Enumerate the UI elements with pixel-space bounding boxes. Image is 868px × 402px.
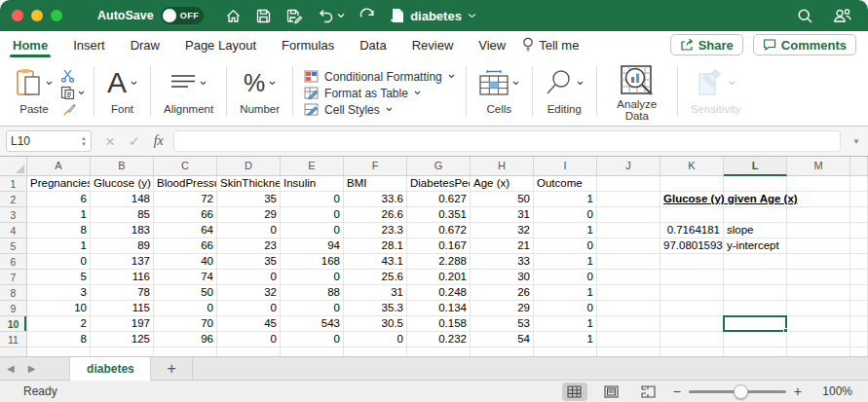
cell-K9[interactable] (660, 301, 724, 316)
cell-L6[interactable] (724, 254, 787, 270)
cell-J9[interactable] (597, 301, 660, 316)
add-sheet-button[interactable]: + (151, 360, 191, 378)
cell-E7[interactable]: 0 (281, 270, 344, 285)
row-header-4[interactable]: 4 (0, 223, 27, 238)
cell-L8[interactable] (724, 285, 787, 301)
cell-E2[interactable]: 0 (281, 192, 344, 207)
cell-L5[interactable]: y-intercept (724, 238, 787, 254)
cell-K6[interactable] (660, 254, 724, 270)
cell-F11[interactable]: 0 (344, 332, 407, 347)
cell-C7[interactable]: 74 (154, 270, 217, 285)
cell-C12[interactable] (154, 347, 217, 356)
cell-M12[interactable] (787, 347, 850, 356)
column-header-I[interactable]: I (534, 157, 597, 176)
cell-B7[interactable]: 116 (91, 270, 154, 285)
cell-D11[interactable]: 0 (217, 332, 281, 347)
cancel-icon[interactable]: × (105, 133, 115, 150)
cell-B2[interactable]: 148 (91, 192, 154, 207)
cell-K8[interactable] (660, 285, 724, 301)
cell-G9[interactable]: 0.134 (407, 301, 471, 316)
cell-B1[interactable]: Glucose (y) (91, 176, 154, 192)
cell-filler-7[interactable] (850, 270, 868, 285)
row-header-12[interactable] (0, 347, 27, 356)
cell-C9[interactable]: 0 (154, 301, 217, 316)
cell-C6[interactable]: 40 (154, 254, 217, 270)
cell-D12[interactable] (217, 347, 281, 356)
cell-I11[interactable]: 1 (534, 332, 597, 347)
cell-M5[interactable] (787, 238, 850, 254)
tab-page-layout[interactable]: Page Layout (172, 31, 269, 58)
cell-G4[interactable]: 0.672 (407, 223, 471, 238)
row-header-6[interactable]: 6 (0, 254, 27, 270)
alignment-menu-button[interactable]: Alignment (158, 62, 219, 124)
column-header-B[interactable]: B (91, 157, 154, 176)
cell-B4[interactable]: 183 (91, 223, 154, 238)
cell-D6[interactable]: 35 (217, 254, 281, 270)
cell-J11[interactable] (597, 332, 660, 347)
tab-review[interactable]: Review (399, 31, 467, 58)
cell-F2[interactable]: 33.6 (344, 192, 407, 207)
cell-filler-1[interactable] (850, 176, 868, 192)
page-layout-view-button[interactable] (599, 383, 624, 401)
cell-H7[interactable]: 30 (471, 270, 534, 285)
cell-L11[interactable] (724, 332, 787, 347)
column-header-K[interactable]: K (660, 157, 724, 176)
cell-G5[interactable]: 0.167 (407, 238, 471, 254)
cell-H8[interactable]: 26 (471, 285, 534, 301)
search-icon[interactable] (797, 8, 813, 24)
cell-I5[interactable]: 0 (534, 238, 597, 254)
zoom-in-button[interactable]: + (794, 384, 802, 399)
cell-J3[interactable] (597, 207, 660, 223)
column-header-H[interactable]: H (471, 157, 534, 176)
cell-I7[interactable]: 0 (534, 270, 597, 285)
select-all-corner[interactable] (0, 157, 27, 176)
cell-K1[interactable] (660, 176, 724, 192)
cell-A5[interactable]: 1 (27, 238, 91, 254)
tab-formulas[interactable]: Formulas (269, 31, 347, 58)
cell-C8[interactable]: 50 (154, 285, 217, 301)
cell-D2[interactable]: 35 (217, 192, 281, 207)
cell-E10[interactable]: 543 (281, 316, 344, 332)
cell-E12[interactable] (281, 347, 344, 356)
cell-H4[interactable]: 32 (471, 223, 534, 238)
cell-E6[interactable]: 168 (281, 254, 344, 270)
zoom-window-button[interactable] (51, 10, 62, 21)
cell-C11[interactable]: 96 (154, 332, 217, 347)
minimize-window-button[interactable] (31, 10, 43, 21)
cell-A4[interactable]: 8 (27, 223, 91, 238)
column-header-D[interactable]: D (217, 157, 281, 176)
cell-D7[interactable]: 0 (217, 270, 281, 285)
cell-filler-10[interactable] (850, 316, 868, 332)
column-header-M[interactable]: M (787, 157, 850, 176)
cell-filler-2[interactable] (850, 192, 868, 207)
cell-G8[interactable]: 0.248 (407, 285, 471, 301)
column-header-A[interactable]: A (27, 157, 91, 176)
cell-H10[interactable]: 53 (471, 316, 534, 332)
cell-G2[interactable]: 0.627 (407, 192, 471, 207)
cell-I8[interactable]: 1 (534, 285, 597, 301)
cell-A9[interactable]: 10 (27, 301, 91, 316)
cell-G3[interactable]: 0.351 (407, 207, 471, 223)
cell-C10[interactable]: 70 (154, 316, 217, 332)
cell-I2[interactable]: 1 (534, 192, 597, 207)
tab-data[interactable]: Data (347, 31, 398, 58)
row-header-11[interactable]: 11 (0, 332, 27, 347)
cell-filler-12[interactable] (850, 347, 868, 356)
cell-F7[interactable]: 25.6 (344, 270, 407, 285)
row-header-10[interactable]: 10 (0, 316, 27, 332)
cell-E3[interactable]: 0 (281, 207, 344, 223)
home-icon[interactable] (225, 8, 242, 24)
cell-filler-8[interactable] (850, 285, 868, 301)
document-title[interactable]: diabetes (410, 9, 462, 23)
cell-I9[interactable]: 0 (534, 301, 597, 316)
cell-K5[interactable]: 97.0801593 (660, 238, 724, 254)
name-box-stepper[interactable]: ▲▼ (81, 135, 87, 147)
cell-E5[interactable]: 94 (281, 238, 344, 254)
cell-F4[interactable]: 23.3 (344, 223, 407, 238)
share-button[interactable]: Share (670, 34, 743, 55)
formula-input[interactable] (173, 130, 841, 152)
cell-G10[interactable]: 0.158 (407, 316, 471, 332)
analyze-data-button[interactable]: Analyze Data (604, 62, 670, 124)
cell-B6[interactable]: 137 (91, 254, 154, 270)
cell-D1[interactable]: SkinThickness (217, 176, 281, 192)
